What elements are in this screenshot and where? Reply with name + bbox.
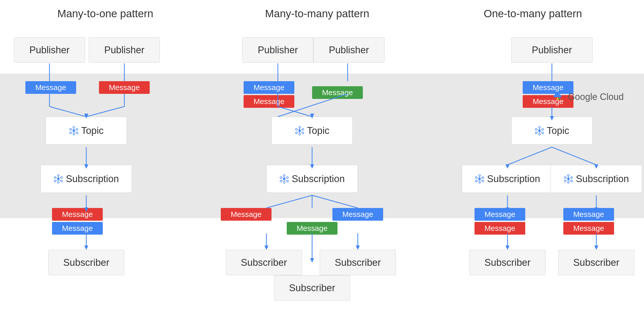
google-cloud-text: Google Cloud (568, 92, 624, 102)
topic-2-label: Topic (307, 125, 330, 136)
msg-red-sub1: Message (52, 208, 103, 221)
topic-3-icon (535, 126, 544, 135)
svg-line-108 (537, 132, 539, 132)
svg-point-86 (287, 177, 289, 179)
svg-point-51 (70, 129, 71, 130)
topic-1-label: Topic (81, 125, 104, 136)
svg-point-102 (535, 132, 537, 134)
publisher-5-label: Publisher (532, 45, 572, 56)
msg-blue-pub3: Message (244, 81, 294, 94)
svg-point-61 (61, 180, 63, 182)
subscription-1-icon (54, 174, 63, 184)
subscription-4-label: Subscription (576, 173, 629, 184)
subscriber-6-label: Subscriber (573, 257, 619, 268)
svg-line-69 (56, 180, 59, 180)
svg-line-119 (480, 180, 482, 180)
svg-marker-25 (264, 246, 268, 250)
svg-line-54 (74, 132, 76, 132)
publisher-2-label: Publisher (104, 45, 144, 56)
publisher-5-box: Publisher (511, 37, 592, 63)
google-cloud-logo: Google Cloud (551, 91, 624, 102)
subscriber-1-box: Subscriber (48, 250, 124, 275)
svg-point-115 (476, 180, 477, 182)
svg-point-128 (564, 180, 566, 182)
many-to-many-title: Many-to-many pattern (228, 8, 406, 20)
publisher-2-box: Publisher (89, 37, 160, 63)
svg-point-75 (299, 133, 300, 135)
svg-point-74 (302, 132, 304, 134)
many-to-one-title: Many-to-one pattern (23, 8, 188, 20)
msg-red-sub4: Message (563, 222, 614, 235)
subscriber-2-box: Subscriber (226, 250, 302, 275)
svg-point-113 (482, 180, 484, 182)
svg-line-95 (282, 180, 284, 180)
svg-line-80 (300, 132, 302, 132)
msg-red-pub3: Message (244, 95, 294, 108)
svg-point-60 (61, 177, 63, 179)
svg-point-99 (542, 129, 544, 130)
svg-point-59 (58, 175, 59, 177)
svg-marker-29 (356, 246, 360, 250)
svg-marker-44 (594, 246, 598, 250)
subscription-2-icon (279, 174, 289, 184)
msg-red-sub3: Message (474, 222, 525, 235)
svg-marker-12 (84, 246, 88, 250)
publisher-4-box: Publisher (313, 37, 384, 63)
svg-point-63 (54, 180, 56, 182)
svg-point-125 (571, 177, 573, 179)
subscription-1-box: Subscription (41, 165, 132, 193)
svg-point-85 (283, 175, 285, 177)
subscriber-3-label: Subscriber (335, 257, 381, 268)
msg-blue-1: Message (25, 81, 76, 94)
svg-point-64 (54, 177, 56, 179)
svg-point-101 (538, 133, 540, 135)
svg-point-48 (76, 132, 78, 134)
publisher-3-label: Publisher (258, 45, 298, 56)
svg-point-112 (482, 177, 484, 179)
msg-red-sub2-l: Message (221, 208, 272, 221)
publisher-4-label: Publisher (329, 45, 369, 56)
svg-point-138 (558, 98, 561, 100)
svg-point-111 (479, 175, 481, 177)
svg-line-82 (297, 132, 300, 132)
msg-blue-sub3: Message (474, 208, 525, 221)
msg-blue-sub2-r: Message (332, 208, 383, 221)
svg-point-126 (571, 180, 573, 182)
svg-marker-27 (310, 258, 314, 263)
subscription-2-label: Subscription (292, 173, 345, 184)
svg-point-72 (299, 127, 300, 128)
svg-point-89 (280, 180, 282, 182)
msg-blue-sub4: Message (563, 208, 614, 221)
svg-point-127 (568, 182, 569, 183)
msg-blue-sub1: Message (52, 222, 103, 235)
svg-point-77 (295, 129, 297, 130)
subscription-3-icon (475, 174, 484, 184)
svg-line-106 (539, 132, 542, 132)
svg-marker-42 (505, 246, 510, 250)
svg-point-129 (564, 177, 566, 179)
subscriber-3-box: Subscriber (320, 250, 396, 275)
subscriber-6-box: Subscriber (558, 250, 634, 275)
subscriber-2-label: Subscriber (241, 257, 287, 268)
publisher-1-box: Publisher (14, 37, 85, 63)
topic-3-label: Topic (547, 125, 569, 136)
topic-1-icon (69, 126, 79, 135)
msg-green-pub4: Message (312, 86, 363, 99)
subscription-2-box: Subscription (266, 165, 358, 193)
publisher-1-label: Publisher (29, 45, 70, 56)
subscriber-5-box: Subscriber (469, 250, 546, 275)
subscriber-5-label: Subscriber (484, 257, 531, 268)
many-to-one-section: Many-to-one pattern (10, 0, 188, 25)
topic-3-box: Topic (511, 117, 592, 145)
subscription-4-icon (564, 174, 573, 184)
google-cloud-icon (551, 91, 564, 102)
one-to-many-title: One-to-many pattern (444, 8, 622, 20)
publisher-3-box: Publisher (242, 37, 313, 63)
subscriber-4-label: Subscriber (289, 283, 335, 293)
topic-1-box: Topic (46, 117, 127, 145)
subscription-3-box: Subscription (462, 165, 553, 193)
msg-green-sub2-c: Message (287, 222, 337, 235)
svg-point-62 (58, 182, 59, 183)
svg-point-47 (76, 129, 78, 130)
svg-point-136 (555, 98, 557, 100)
